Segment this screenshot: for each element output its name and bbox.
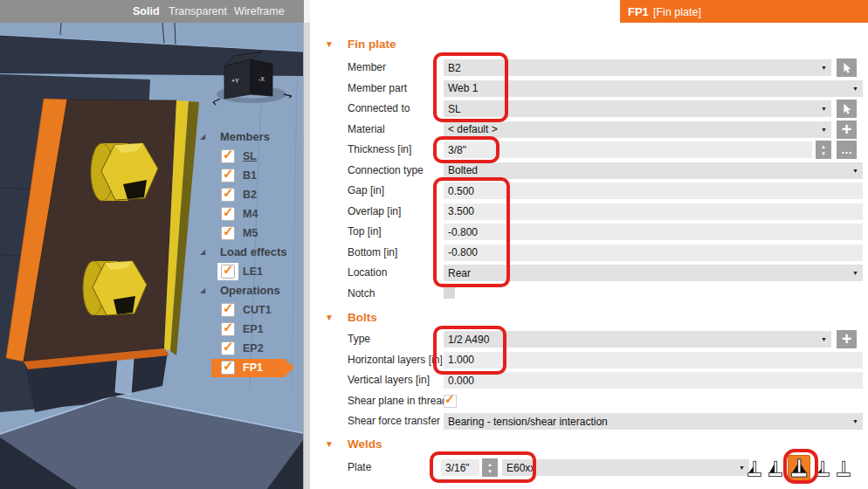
tree-item-label[interactable]: CUT1 [243, 304, 272, 316]
tree-item-m5[interactable]: M5 [194, 224, 303, 244]
tree-item-ep1[interactable]: EP1 [194, 320, 303, 340]
tree-group-label: Operations [220, 284, 280, 297]
visibility-checkbox[interactable] [221, 303, 235, 317]
visibility-checkbox[interactable] [221, 322, 235, 336]
row-member-part: Member part Web 1 ▼ [310, 80, 868, 97]
section-welds: ▼ Welds [310, 437, 868, 454]
member-select[interactable]: B2 ▼ [444, 59, 831, 76]
tree-item-m4[interactable]: M4 [194, 205, 303, 224]
fillet-weld-partial-icon [815, 457, 830, 480]
row-location: Location Rear ▼ [310, 265, 868, 281]
fillet-weld-rear-icon [747, 457, 762, 480]
visibility-checkbox[interactable] [221, 226, 235, 240]
section-title: Welds [348, 437, 382, 451]
row-thickness: Thickness [in] 3/8" ▲▼ … [310, 141, 868, 158]
weld-size-input[interactable]: 3/16" [441, 459, 479, 476]
tree-expander-icon[interactable]: ◢ [200, 286, 205, 294]
view-mode-wireframe[interactable]: Wireframe [234, 5, 285, 17]
view-mode-transparent[interactable]: Transparent [169, 5, 227, 17]
bolt-top[interactable] [91, 143, 158, 201]
connection-type-select[interactable]: Bolted ▼ [444, 162, 863, 179]
visibility-checkbox[interactable] [221, 341, 235, 355]
view-mode-solid[interactable]: Solid [133, 5, 160, 17]
tree-item-label[interactable]: LE1 [243, 265, 263, 278]
tree-item-b2[interactable]: B2 [194, 186, 303, 205]
chevron-down-icon: ▼ [821, 336, 827, 342]
row-connection-type: Connection type Bolted ▼ [310, 162, 868, 179]
thickness-input[interactable]: 3/8" [444, 141, 812, 158]
chevron-down-icon: ▼ [821, 106, 827, 112]
row-overlap: Overlap [in] 3.500 [310, 203, 868, 220]
thickness-stepper[interactable]: ▲▼ [816, 141, 831, 159]
toolbar-gap [304, 0, 310, 23]
vertical-layers-input[interactable]: 0.000 [444, 372, 863, 389]
tree-group-operations[interactable]: ◢Operations [194, 282, 303, 301]
visibility-checkbox[interactable] [221, 207, 235, 221]
visibility-checkbox[interactable] [221, 265, 235, 279]
tree-group-members[interactable]: ◢Members [194, 128, 303, 148]
tree-item-sl[interactable]: SL [194, 148, 303, 167]
bolt-type-select[interactable]: 1/2 A490 ▼ [444, 331, 831, 348]
tree-group-load-effects[interactable]: ◢Load effects [194, 244, 303, 263]
weld-type-butt-button[interactable] [836, 457, 851, 480]
tree-item-cut1[interactable]: CUT1 [194, 301, 303, 320]
weld-type-double-fillet-button[interactable] [788, 455, 810, 482]
tree-expander-icon[interactable]: ◢ [200, 133, 205, 141]
weld-size-stepper[interactable]: ▲▼ [482, 458, 498, 477]
visibility-checkbox[interactable] [221, 169, 235, 183]
connected-to-pick-button[interactable] [837, 100, 857, 118]
tree-item-label[interactable]: B1 [243, 169, 257, 182]
tree-item-label[interactable]: EP2 [243, 342, 264, 355]
thickness-more-button[interactable]: … [837, 141, 857, 159]
gap-input[interactable]: 0.500 [444, 183, 863, 199]
weld-electrode-select[interactable]: E60xx ▼ [502, 459, 749, 476]
member-part-select[interactable]: Web 1 ▼ [444, 80, 863, 97]
operation-title: FP1 [628, 5, 649, 18]
weld-type-fillet-partial-button[interactable] [815, 457, 830, 480]
visibility-checkbox[interactable] [221, 188, 235, 202]
weld-type-fillet-front-button[interactable] [768, 457, 783, 480]
top-input[interactable]: -0.800 [444, 224, 863, 240]
fillet-weld-front-icon [768, 457, 783, 480]
tree-item-label[interactable]: M4 [243, 208, 258, 220]
horizontal-layers-input[interactable]: 1.000 [444, 352, 863, 368]
tree-item-fp1[interactable]: FP1 [194, 359, 303, 378]
tree-group-label: Members [220, 130, 270, 143]
member-pick-button[interactable] [837, 59, 857, 77]
add-bolt-type-button[interactable]: + [837, 330, 857, 348]
collapse-triangle-icon[interactable]: ▼ [325, 439, 334, 449]
weld-type-fillet-rear-button[interactable] [747, 457, 762, 480]
bottom-input[interactable]: -0.800 [444, 244, 863, 261]
tree-item-label[interactable]: SL [243, 150, 257, 162]
bolt-bottom[interactable] [83, 261, 147, 315]
material-select[interactable]: < default > ▼ [444, 121, 831, 138]
tree-item-label[interactable]: EP1 [243, 323, 264, 335]
add-material-button[interactable]: + [837, 121, 857, 139]
row-gap: Gap [in] 0.500 [310, 183, 868, 199]
shear-transfer-select[interactable]: Bearing - tension/shear interaction ▼ [444, 413, 863, 430]
visibility-checkbox[interactable] [221, 361, 235, 375]
connected-to-select[interactable]: SL ▼ [444, 100, 831, 117]
collapse-triangle-icon[interactable]: ▼ [325, 39, 334, 49]
row-member: Member B2 ▼ [310, 59, 868, 76]
row-weld-plate: Plate 3/16" ▲▼ E60xx ▼ [310, 459, 868, 476]
section-title: Bolts [348, 311, 377, 324]
tree-expander-icon[interactable]: ◢ [200, 248, 205, 256]
tree-item-le1[interactable]: LE1 [194, 263, 303, 282]
notch-checkbox[interactable] [444, 287, 455, 299]
tree-item-ep2[interactable]: EP2 [194, 340, 303, 359]
cube-face-left-label: +Y [231, 78, 239, 84]
location-select[interactable]: Rear ▼ [444, 265, 863, 281]
shear-plane-checkbox[interactable] [444, 395, 457, 408]
tree-item-label[interactable]: B2 [243, 189, 257, 201]
tree-item-label[interactable]: M5 [243, 227, 258, 239]
section-title: Fin plate [348, 38, 396, 51]
section-bolts: ▼ Bolts [310, 310, 868, 327]
tree-item-label[interactable]: FP1 [243, 362, 263, 374]
overlap-input[interactable]: 3.500 [444, 203, 863, 220]
row-notch: Notch [310, 286, 868, 302]
tree-item-b1[interactable]: B1 [194, 167, 303, 186]
collapse-triangle-icon[interactable]: ▼ [325, 313, 334, 322]
cube-face-right-label: -X [258, 76, 265, 82]
visibility-checkbox[interactable] [221, 149, 235, 163]
